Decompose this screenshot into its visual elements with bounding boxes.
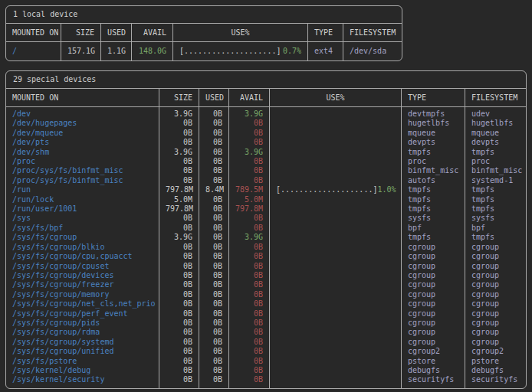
column-header: USE% — [173, 24, 308, 42]
used-value: 0B — [199, 299, 229, 309]
filesystem-name: /dev/sda — [343, 42, 402, 60]
size-value: 0B — [159, 243, 199, 252]
size-value: 0B — [159, 138, 199, 147]
used-value: 0B — [199, 243, 229, 252]
used-value: 0B — [199, 195, 229, 204]
usage-cell — [270, 280, 402, 289]
mount-point: /sys/kernel/security — [6, 375, 159, 387]
used-value: 0B — [199, 176, 229, 185]
avail-value: 5.0M — [229, 195, 270, 204]
filesystem-name: cgroup — [465, 252, 527, 261]
usage-cell: [....................]0.7% — [173, 42, 308, 60]
local-table-grid: MOUNTED ONSIZEUSEDAVAILUSE%TYPEFILESYSTE… — [6, 24, 402, 60]
usage-cell — [270, 271, 402, 280]
size-value: 0B — [159, 309, 199, 318]
mount-point: /sys/fs/cgroup/net_cls,net_prio — [6, 299, 159, 309]
fs-type: cgroup — [402, 328, 465, 337]
fs-type: binfmt_misc — [402, 166, 465, 175]
mount-point: /sys/fs/bpf — [6, 224, 159, 233]
used-value: 0B — [199, 309, 229, 318]
avail-value: 0B — [229, 280, 270, 289]
used-value: 0B — [199, 318, 229, 328]
filesystem-name: udev — [465, 107, 527, 119]
size-value: 0B — [159, 299, 199, 309]
fs-type: sysfs — [402, 214, 465, 223]
mount-point: /dev — [6, 107, 159, 119]
mount-point: /dev/pts — [6, 138, 159, 147]
mount-point: /sys/fs/cgroup/perf_event — [6, 309, 159, 318]
fs-type: devtmpfs — [402, 107, 465, 119]
fs-type: mqueue — [402, 129, 465, 138]
avail-value: 3.9G — [229, 233, 270, 242]
size-value: 0B — [159, 129, 199, 138]
fs-type: tmpfs — [402, 148, 465, 157]
fs-type: ext4 — [308, 42, 343, 60]
avail-value: 0B — [229, 119, 270, 128]
column-header: AVAIL — [132, 24, 173, 42]
used-value: 0B — [199, 119, 229, 128]
size-value: 0B — [159, 338, 199, 347]
usage-cell — [270, 318, 402, 328]
mount-point: /sys/fs/cgroup/cpuset — [6, 262, 159, 271]
mount-point: /sys/fs/cgroup/unified — [6, 347, 159, 356]
size-value: 0B — [159, 375, 199, 387]
avail-value: 0B — [229, 157, 270, 166]
usage-cell — [270, 243, 402, 252]
size-value: 0B — [159, 357, 199, 366]
filesystem-name: cgroup — [465, 262, 527, 271]
usage-cell — [270, 309, 402, 318]
size-value: 3.9G — [159, 107, 199, 119]
fs-type: proc — [402, 157, 465, 166]
usage-cell — [270, 262, 402, 271]
size-value: 0B — [159, 119, 199, 128]
fs-type: tmpfs — [402, 233, 465, 242]
size-value: 0B — [159, 157, 199, 166]
used-value: 0B — [199, 328, 229, 337]
usage-cell — [270, 107, 402, 119]
special-devices-table: 29 special devices MOUNTED ONSIZEUSEDAVA… — [5, 70, 527, 389]
filesystem-name: debugfs — [465, 366, 527, 375]
fs-type: debugfs — [402, 366, 465, 375]
fs-type: hugetlbfs — [402, 119, 465, 128]
usage-cell — [270, 195, 402, 204]
size-value: 0B — [159, 176, 199, 185]
size-value: 3.9G — [159, 233, 199, 242]
usage-bar: [....................] — [179, 47, 281, 55]
used-value: 0B — [199, 214, 229, 223]
column-header: FILESYSTEM — [465, 89, 527, 107]
used-value: 0B — [199, 357, 229, 366]
filesystem-name: tmpfs — [465, 185, 527, 194]
used-value: 0B — [199, 129, 229, 138]
used-value: 0B — [199, 166, 229, 175]
used-value: 0B — [199, 138, 229, 147]
mount-point: /proc/sys/fs/binfmt_misc — [6, 176, 159, 185]
column-header: USE% — [270, 89, 402, 107]
column-header: USED — [101, 24, 132, 42]
size-value: 0B — [159, 280, 199, 289]
avail-value: 3.9G — [229, 148, 270, 157]
used-value: 0B — [199, 204, 229, 214]
usage-cell — [270, 233, 402, 242]
column-header: SIZE — [61, 24, 101, 42]
filesystem-name: cgroup — [465, 318, 527, 328]
mount-point: /sys/fs/cgroup/cpu,cpuacct — [6, 252, 159, 261]
size-value: 0B — [159, 347, 199, 356]
mount-point: /proc — [6, 157, 159, 166]
special-table-grid: MOUNTED ONSIZEUSEDAVAILUSE%TYPEFILESYSTE… — [6, 89, 526, 388]
column-header: TYPE — [308, 24, 343, 42]
avail-value: 0B — [229, 347, 270, 356]
usage-cell — [270, 204, 402, 214]
usage-cell — [270, 214, 402, 223]
terminal: { "colors":{ "background":"#282828","bor… — [0, 0, 532, 392]
filesystem-name: binfmt_misc — [465, 166, 527, 175]
fs-type: cgroup — [402, 299, 465, 309]
used-value: 0B — [199, 271, 229, 280]
mount-point: /run/user/1001 — [6, 204, 159, 214]
filesystem-name: cgroup — [465, 290, 527, 299]
used-value: 0B — [199, 252, 229, 261]
mount-point: /sys/fs/cgroup/blkio — [6, 243, 159, 252]
size-value: 0B — [159, 166, 199, 175]
filesystem-name: devpts — [465, 138, 527, 147]
filesystem-name: cgroup2 — [465, 347, 527, 356]
fs-type: cgroup — [402, 338, 465, 347]
